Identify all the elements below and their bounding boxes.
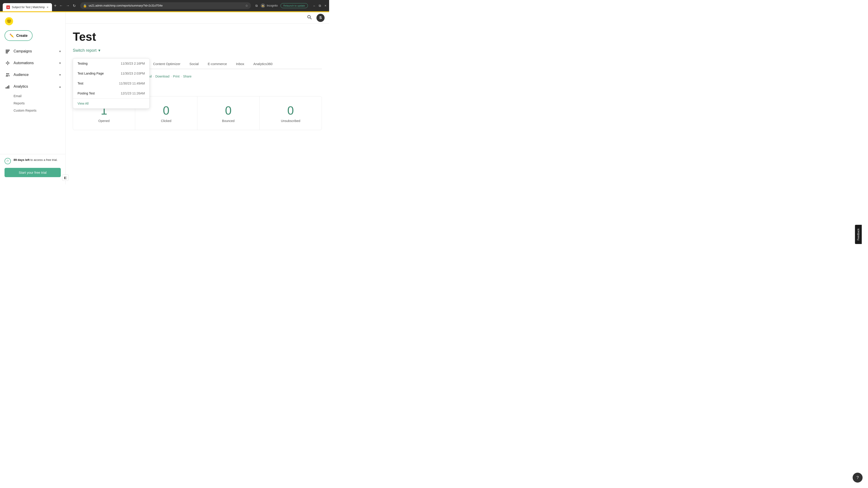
url-display: us21.admin.mailchimp.com/reports/summary…: [89, 4, 243, 7]
unsubscribed-label: Unsubscribed: [265, 119, 316, 123]
extensions-icon[interactable]: ⧉: [255, 4, 258, 8]
svg-line-19: [310, 18, 311, 19]
back-button[interactable]: ←: [58, 3, 64, 8]
chevron-down-icon: ▾: [98, 48, 100, 53]
main-area: S Test Switch report ▾ Testing 11/30/23 …: [66, 12, 329, 184]
favicon-icon: M: [6, 5, 10, 9]
create-button[interactable]: ✏️ Create: [4, 30, 33, 41]
analytics-submenu: Email Reports Custom Reports: [0, 92, 65, 114]
svg-point-8: [9, 20, 10, 21]
audience-icon: [4, 72, 11, 78]
svg-point-14: [8, 73, 9, 74]
bookmark-icon[interactable]: ☆: [245, 4, 248, 7]
analytics-icon: [4, 84, 11, 90]
sidebar-bottom: ⏱ 89 days left to access a free trial. S…: [0, 154, 65, 181]
window-controls: – ⧉ ×: [313, 4, 327, 8]
close-button[interactable]: ×: [324, 4, 327, 8]
svg-point-7: [8, 20, 8, 21]
unsubscribed-value: 0: [265, 104, 316, 117]
svg-text:🕵: 🕵: [261, 4, 265, 7]
pencil-icon: ✏️: [9, 33, 14, 38]
switch-report-dropdown: Testing 11/30/23 2:16PM Test Landing Pag…: [73, 58, 150, 109]
search-button[interactable]: [307, 15, 312, 21]
svg-rect-9: [6, 50, 10, 51]
active-tab[interactable]: M Subject for Test | Mailchimp ×: [3, 3, 52, 11]
tab-social[interactable]: Social: [185, 59, 203, 69]
tab-inbox[interactable]: Inbox: [231, 59, 249, 69]
dropdown-item-test-landing[interactable]: Test Landing Page 11/30/23 2:03PM: [73, 68, 149, 78]
tab-analytics360[interactable]: Analytics360: [249, 59, 277, 69]
svg-point-13: [6, 73, 8, 74]
share-link[interactable]: Share: [183, 74, 191, 78]
stat-unsubscribed: 0 Unsubscribed: [259, 96, 322, 130]
campaigns-icon: [4, 48, 11, 55]
main-content: Test Switch report ▾ Testing 11/30/23 2:…: [66, 24, 329, 184]
forward-button[interactable]: →: [65, 3, 70, 8]
svg-rect-17: [8, 86, 9, 89]
svg-rect-10: [6, 51, 9, 52]
new-tab-button[interactable]: +: [54, 3, 57, 8]
sidebar-item-custom-reports[interactable]: Custom Reports: [13, 107, 65, 114]
view-all-button[interactable]: View All: [73, 98, 149, 108]
audience-chevron: ▾: [59, 73, 61, 76]
browser-right-controls: ⧉ 🕵 Incognito Relaunch to update – ⧉ ×: [255, 3, 327, 8]
bounced-label: Bounced: [203, 119, 254, 123]
start-trial-button[interactable]: Start your free trial: [4, 168, 61, 177]
sidebar-item-audience[interactable]: Audience ▾: [0, 69, 65, 80]
sidebar-item-automations[interactable]: Automations ▾: [0, 57, 65, 69]
svg-rect-11: [6, 53, 8, 53]
print-link[interactable]: Print: [173, 74, 180, 78]
opened-label: Opened: [79, 119, 129, 123]
svg-point-12: [7, 62, 8, 64]
incognito-indicator: 🕵 Incognito: [260, 3, 278, 8]
dropdown-item-posting-test[interactable]: Posting Test 12/1/23 11:26AM: [73, 88, 149, 98]
sidebar: ✏️ Create Campaigns ▾ Automations ▾: [0, 12, 66, 184]
trial-text: 89 days left to access a free trial.: [13, 158, 57, 162]
sidebar-item-reports[interactable]: Reports: [13, 100, 65, 107]
tab-close-button[interactable]: ×: [46, 5, 49, 9]
campaigns-chevron: ▾: [59, 50, 61, 53]
bounced-value: 0: [203, 104, 254, 117]
sidebar-scroll: ✏️ Create Campaigns ▾ Automations ▾: [0, 16, 65, 154]
sidebar-item-analytics[interactable]: Analytics ▴: [0, 80, 65, 92]
app-header: S: [66, 12, 329, 24]
download-link[interactable]: Download: [155, 74, 169, 78]
tab-ecommerce[interactable]: E-commerce: [203, 59, 231, 69]
browser-controls: ← → ↻: [58, 3, 76, 9]
reload-button[interactable]: ↻: [72, 3, 76, 9]
automations-icon: [4, 60, 11, 66]
analytics-chevron: ▴: [59, 85, 61, 88]
trial-notice: ⏱ 89 days left to access a free trial.: [4, 158, 61, 164]
browser-chrome: M Subject for Test | Mailchimp × + ← → ↻…: [0, 0, 329, 11]
stat-bounced: 0 Bounced: [197, 96, 259, 130]
switch-report-button[interactable]: Switch report ▾: [73, 47, 100, 54]
tab-title: Subject for Test | Mailchimp: [12, 6, 45, 9]
maximize-button[interactable]: ⧉: [319, 4, 321, 8]
page-title: Test: [73, 30, 322, 43]
switch-report-container: Switch report ▾ Testing 11/30/23 2:16PM …: [73, 47, 100, 57]
avatar[interactable]: S: [316, 14, 324, 22]
dropdown-item-testing[interactable]: Testing 11/30/23 2:16PM: [73, 59, 149, 68]
header-icons: S: [307, 14, 324, 22]
dropdown-item-test[interactable]: Test 11/30/23 11:49AM: [73, 78, 149, 88]
trial-clock-icon: ⏱: [4, 158, 11, 164]
mailchimp-logo[interactable]: [4, 16, 14, 27]
app-container: ✏️ Create Campaigns ▾ Automations ▾: [0, 12, 329, 184]
tab-content-optimizer[interactable]: Content Optimizer: [149, 59, 185, 69]
svg-point-18: [308, 15, 310, 18]
svg-text:M: M: [7, 6, 9, 8]
relaunch-button[interactable]: Relaunch to update: [281, 3, 308, 8]
svg-rect-16: [7, 86, 8, 89]
sidebar-item-campaigns[interactable]: Campaigns ▾: [0, 45, 65, 57]
browser-tabs: M Subject for Test | Mailchimp × +: [3, 0, 57, 11]
clicked-label: Clicked: [141, 119, 192, 123]
address-bar[interactable]: 🔒 us21.admin.mailchimp.com/reports/summa…: [80, 2, 251, 9]
minimize-button[interactable]: –: [313, 4, 315, 8]
lock-icon: 🔒: [83, 4, 87, 7]
automations-chevron: ▾: [59, 61, 61, 65]
sidebar-item-email[interactable]: Email: [13, 92, 65, 100]
svg-rect-15: [6, 87, 6, 89]
